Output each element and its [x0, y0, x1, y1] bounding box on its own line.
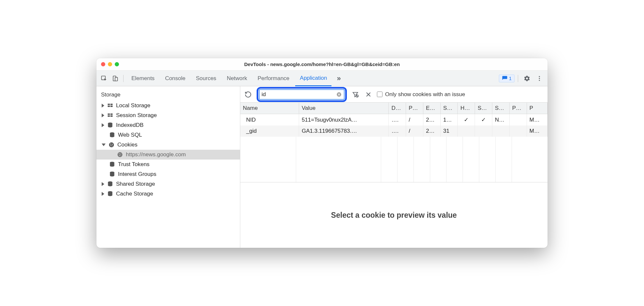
sidebar-item-websql[interactable]: Web SQL: [96, 130, 240, 140]
inspect-element-icon[interactable]: [99, 74, 109, 83]
cell-domain: ….: [389, 114, 406, 126]
col-value[interactable]: Value: [299, 103, 388, 114]
cell-secure: ✓: [475, 114, 492, 126]
cell-value: 511=Tsugv0nux2lzA…: [299, 114, 388, 126]
clear-all-icon[interactable]: [364, 90, 373, 99]
svg-point-17: [110, 144, 111, 144]
cookie-icon: [117, 151, 123, 158]
svg-rect-13: [110, 115, 113, 117]
sidebar-item-session-storage[interactable]: Session Storage: [96, 110, 240, 120]
tab-application[interactable]: Application: [295, 71, 331, 86]
expand-icon: [102, 104, 104, 108]
only-issues-checkbox-row[interactable]: Only show cookies with an issue: [377, 91, 465, 98]
filter-icon[interactable]: [351, 90, 360, 99]
svg-point-21: [118, 152, 123, 157]
sidebar-item-cache-storage[interactable]: Cache Storage: [96, 189, 240, 199]
tabs-overflow-button[interactable]: »: [333, 74, 345, 83]
panel-body: Storage Local Storage Session Storage: [96, 86, 548, 248]
cell-value: GA1.3.1196675783.…: [299, 126, 388, 137]
zoom-window-button[interactable]: [115, 62, 119, 66]
svg-point-22: [119, 153, 120, 154]
cookies-table-wrap: Name Value D… P… E… S… H… S… S… P… P: [240, 103, 548, 182]
tab-console[interactable]: Console: [161, 71, 190, 86]
database-icon: [107, 191, 113, 197]
col-priority[interactable]: P: [527, 103, 547, 114]
sidebar-item-label: Web SQL: [118, 132, 142, 138]
table-row[interactable]: _gid GA1.3.1196675783.… …. / 2… 31 M…: [240, 126, 548, 137]
table-header-row: Name Value D… P… E… S… H… S… S… P… P: [240, 103, 548, 114]
sidebar-item-label: IndexedDB: [116, 122, 144, 128]
cell-partition: [509, 114, 527, 126]
svg-point-25: [121, 155, 121, 156]
collapse-icon: [102, 144, 106, 146]
cell-samesite: N…: [492, 114, 510, 126]
tab-performance[interactable]: Performance: [253, 71, 294, 86]
database-icon: [109, 161, 115, 168]
sidebar-item-local-storage[interactable]: Local Storage: [96, 101, 240, 110]
sidebar-item-label: Shared Storage: [116, 181, 155, 187]
col-expires[interactable]: E…: [423, 103, 440, 114]
cookies-panel: Only show cookies with an issue Name Val…: [240, 86, 548, 248]
database-icon: [109, 171, 115, 178]
sidebar-item-trust-tokens[interactable]: Trust Tokens: [96, 160, 240, 169]
svg-point-20: [112, 145, 113, 146]
sidebar-item-cookies-origin[interactable]: https://news.google.com: [96, 150, 240, 160]
toggle-device-icon[interactable]: [110, 74, 120, 83]
cell-expires: 2…: [423, 114, 440, 126]
sidebar-item-label: Cache Storage: [116, 191, 153, 197]
cell-name: _gid: [240, 126, 299, 137]
filter-input-box[interactable]: [259, 90, 344, 99]
database-icon: [107, 181, 113, 187]
kebab-menu-icon[interactable]: [534, 73, 545, 84]
col-partition[interactable]: P…: [509, 103, 527, 114]
devtools-tabbar: Elements Console Sources Network Perform…: [96, 71, 548, 86]
expand-icon: [102, 123, 104, 127]
cell-priority: M…: [527, 114, 547, 126]
col-domain[interactable]: D…: [389, 103, 406, 114]
col-name[interactable]: Name: [240, 103, 299, 114]
sidebar-item-indexeddb[interactable]: IndexedDB: [96, 120, 240, 130]
minimize-window-button[interactable]: [108, 62, 112, 66]
devtools-window: DevTools - news.google.com/home?hl=en-GB…: [96, 58, 548, 248]
database-icon: [109, 132, 115, 138]
cookie-icon: [108, 142, 115, 148]
filter-input[interactable]: [262, 91, 336, 98]
sidebar-section-storage: Storage: [96, 88, 240, 101]
col-size[interactable]: S…: [440, 103, 458, 114]
settings-icon[interactable]: [521, 73, 533, 84]
svg-point-19: [110, 145, 111, 146]
tab-sources[interactable]: Sources: [191, 71, 221, 86]
only-issues-checkbox[interactable]: [377, 92, 382, 97]
cell-size: 31: [440, 126, 458, 137]
window-controls: [96, 62, 119, 66]
expand-icon: [102, 182, 104, 186]
col-path[interactable]: P…: [406, 103, 423, 114]
sidebar-item-label: Local Storage: [116, 102, 150, 109]
refresh-icon[interactable]: [244, 90, 253, 99]
tab-network[interactable]: Network: [222, 71, 252, 86]
col-httponly[interactable]: H…: [458, 103, 475, 114]
issues-button[interactable]: 1: [499, 75, 515, 82]
sidebar-item-interest-groups[interactable]: Interest Groups: [96, 169, 240, 179]
cell-domain: ….: [389, 126, 406, 137]
cell-priority: M…: [527, 126, 547, 137]
sidebar-item-cookies[interactable]: Cookies: [96, 140, 240, 150]
sidebar-item-shared-storage[interactable]: Shared Storage: [96, 179, 240, 189]
svg-rect-11: [110, 113, 113, 115]
svg-point-18: [112, 144, 113, 145]
issues-count: 1: [509, 76, 512, 81]
col-secure[interactable]: S…: [475, 103, 492, 114]
close-window-button[interactable]: [101, 62, 105, 66]
table-row[interactable]: NID 511=Tsugv0nux2lzA… …. / 2… 1… ✓ ✓ N……: [240, 114, 548, 126]
sidebar-item-label: Interest Groups: [118, 171, 156, 178]
svg-rect-10: [108, 113, 110, 115]
window-title: DevTools - news.google.com/home?hl=en-GB…: [96, 61, 548, 67]
col-samesite[interactable]: S…: [492, 103, 510, 114]
tab-elements[interactable]: Elements: [127, 71, 159, 86]
sidebar-item-label: https://news.google.com: [126, 151, 186, 158]
clear-filter-icon[interactable]: [336, 92, 342, 97]
svg-rect-9: [110, 106, 113, 107]
storage-grid-icon: [107, 112, 113, 119]
cell-path: /: [406, 126, 423, 137]
svg-rect-8: [108, 106, 110, 107]
